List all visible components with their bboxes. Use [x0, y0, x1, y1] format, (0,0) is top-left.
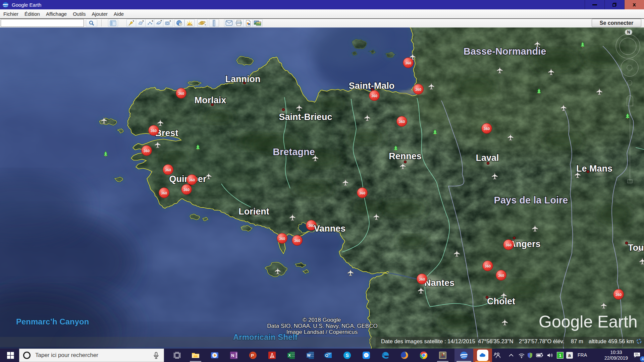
svg-text:Cholet: Cholet: [487, 296, 515, 306]
svg-text:Basse-Normandie: Basse-Normandie: [464, 46, 546, 57]
svg-text:Morlaix: Morlaix: [195, 95, 226, 105]
svg-text:Tours: Tours: [628, 243, 644, 253]
svg-text:Le Mans: Le Mans: [576, 164, 612, 174]
svg-text:Rennes: Rennes: [389, 151, 422, 161]
svg-text:87 m: 87 m: [571, 338, 583, 344]
svg-text:+: +: [160, 20, 162, 22]
svg-text:+: +: [169, 20, 171, 23]
svg-text:Saint-Malo: Saint-Malo: [349, 81, 395, 91]
svg-text:Saint-Brieuc: Saint-Brieuc: [279, 112, 332, 122]
svg-text:© 2018 Google: © 2018 Google: [303, 317, 341, 323]
svg-text:Image Landsat / Copernicus: Image Landsat / Copernicus: [286, 329, 358, 335]
svg-text:47°56'35.23"N: 47°56'35.23"N: [478, 338, 514, 344]
svg-text:Laval: Laval: [476, 153, 499, 163]
svg-text:Google Earth: Google Earth: [539, 312, 638, 331]
svg-text:+: +: [142, 20, 144, 23]
svg-text:Angers: Angers: [509, 239, 540, 249]
svg-text:Lorient: Lorient: [238, 206, 269, 217]
svg-text:+: +: [152, 20, 153, 23]
svg-text:Pays de la Loire: Pays de la Loire: [494, 195, 568, 205]
svg-text:+: +: [132, 20, 134, 23]
svg-text:Nantes: Nantes: [424, 278, 454, 288]
svg-text:altitude 459.56 km: altitude 459.56 km: [589, 338, 634, 344]
svg-text:2°37'57.78"O élév.: 2°37'57.78"O élév.: [519, 338, 564, 344]
svg-text:Lannion: Lannion: [225, 74, 261, 84]
svg-text:Bretagne: Bretagne: [273, 146, 315, 157]
svg-text:N: N: [627, 30, 630, 35]
svg-text:Data SIO, NOAA, U.S. Navy, NGA: Data SIO, NOAA, U.S. Navy, NGA, GEBCO: [267, 323, 377, 329]
svg-text:Vannes: Vannes: [314, 224, 346, 234]
svg-text:Date des images satellite : 14: Date des images satellite : 14/12/2015: [381, 338, 475, 344]
svg-text:Penmarc’h Canyon: Penmarc’h Canyon: [16, 317, 89, 326]
